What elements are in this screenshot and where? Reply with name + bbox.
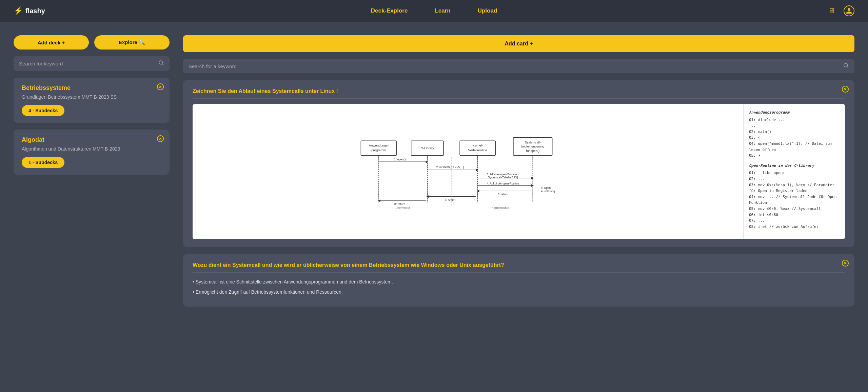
add-deck-button[interactable]: Add deck +: [14, 35, 89, 50]
logo-text: flashy: [25, 7, 45, 15]
diagram-code: Anwendungsprogramm 01: #include ... ... …: [743, 104, 845, 239]
diagram-code-anwendung-title: Anwendungsprogramm: [749, 110, 840, 116]
svg-text:Kernel-: Kernel-: [472, 143, 483, 147]
svg-marker-45: [477, 190, 479, 193]
deck-card-betriebssysteme: Betriebssysteme Grundlagen Betriebssyste…: [14, 78, 170, 123]
card-1-diagram: Anwendungs- programm C-Library Kernel- V…: [193, 104, 845, 239]
svg-text:Ausführung: Ausführung: [541, 190, 555, 193]
svg-text:7: return: 7: return: [445, 198, 455, 201]
svg-text:C-Library: C-Library: [421, 146, 434, 150]
card-1-close[interactable]: [842, 85, 849, 95]
logo[interactable]: ⚡ flashy: [14, 6, 224, 15]
svg-text:Systemcall-Tabelle[EAX]: Systemcall-Tabelle[EAX]: [488, 176, 518, 179]
nav-deck-explore[interactable]: Deck-Explore: [371, 7, 408, 14]
svg-point-0: [159, 61, 163, 64]
card-2-answer-list: Systemcall ist eine Schnittstelle zwisch…: [193, 278, 845, 296]
svg-marker-36: [531, 177, 534, 179]
svg-marker-30: [426, 161, 429, 163]
svg-text:Systemcall-: Systemcall-: [525, 141, 541, 144]
svg-text:Kernelmodus: Kernelmodus: [492, 206, 509, 209]
svg-text:1: open(): 1: open(): [394, 158, 406, 161]
svg-text:3: Adresse open-Routine =: 3: Adresse open-Routine =: [487, 173, 519, 176]
deck-betriebssysteme-badge[interactable]: 4 - Subdecks: [22, 105, 64, 116]
diagram-lib-title: Open-Routine in der C-Library: [749, 163, 840, 169]
left-panel: Add deck + Explore 🔍 Betriebssysteme Gru…: [14, 35, 176, 378]
card-2-answer-item-2: Ermöglicht den Zugriff auf Betriebssyste…: [193, 288, 845, 296]
deck-algodat-close[interactable]: [157, 135, 164, 144]
nav-links: Deck-Explore Learn Upload: [224, 7, 644, 14]
deck-card-algodat: Algodat Algorithmen und Datenstrukturen …: [14, 130, 170, 175]
presentation-icon[interactable]: 🖥: [828, 6, 835, 15]
card-2-answer-item-1: Systemcall ist eine Schnittstelle zwisch…: [193, 278, 845, 286]
left-search-bar: [14, 56, 170, 71]
svg-text:8: return: 8: return: [394, 202, 405, 206]
svg-line-9: [847, 66, 848, 67]
svg-point-8: [844, 63, 848, 67]
explore-button[interactable]: Explore 🔍: [94, 35, 170, 50]
systemcall-svg: Anwendungs- programm C-Library Kernel- V…: [199, 134, 736, 209]
user-avatar[interactable]: [844, 5, 854, 16]
svg-marker-33: [476, 169, 479, 172]
deck-algodat-title: Algodat: [22, 136, 161, 143]
logo-icon: ⚡: [14, 6, 23, 15]
svg-line-1: [162, 64, 163, 65]
diagram-code-anwendung: Anwendungsprogramm 01: #include ... ... …: [749, 110, 840, 159]
card-2-close[interactable]: [842, 259, 849, 269]
svg-text:5: Open-: 5: Open-: [541, 187, 552, 190]
diagram-lib-lines: 01: __libc_open: 02: ... 03: mov 0xc(%es…: [749, 170, 840, 230]
deck-algodat-badge[interactable]: 1 - Subdecks: [22, 157, 64, 168]
left-search-icon: [158, 60, 164, 67]
svg-text:Anwendungs-: Anwendungs-: [369, 143, 389, 147]
right-search-input[interactable]: [189, 63, 840, 69]
right-search-bar: [183, 59, 854, 73]
add-card-button[interactable]: Add card +: [183, 35, 854, 52]
nav-upload[interactable]: Upload: [478, 7, 497, 14]
right-search-icon: [843, 62, 849, 70]
svg-text:Usermodus: Usermodus: [396, 206, 411, 209]
card-systemcall-diagram: Zeichnen Sie den Ablauf eines Systemcall…: [183, 80, 854, 247]
svg-marker-41: [531, 184, 534, 187]
svg-text:2: int 0x80(EAX=5,...): 2: int 0x80(EAX=5,...): [436, 166, 464, 169]
svg-text:Verteilroutine: Verteilroutine: [468, 148, 487, 152]
deck-betriebssysteme-subtitle: Grundlagen Betriebssystem MMT-B-2023 SS: [22, 94, 161, 100]
diagram-lib-section: Open-Routine in der C-Library 01: __libc…: [749, 163, 840, 230]
svg-text:4: Aufruf der open-Routine: 4: Aufruf der open-Routine: [487, 182, 519, 185]
card-systemcall-purpose: Wozu dient ein Systemcall und wie wird e…: [183, 254, 854, 307]
svg-text:Implementierung: Implementierung: [521, 145, 544, 148]
nav-right: 🖥: [644, 5, 854, 16]
deck-betriebssysteme-title: Betriebssysteme: [22, 84, 161, 92]
card-1-question: Zeichnen Sie den Ablauf eines Systemcall…: [193, 88, 845, 99]
deck-betriebssysteme-close[interactable]: [157, 83, 164, 93]
main-layout: Add deck + Explore 🔍 Betriebssysteme Gru…: [0, 22, 868, 392]
card-2-answer: Systemcall ist eine Schnittstelle zwisch…: [193, 278, 845, 296]
svg-marker-48: [427, 195, 429, 198]
svg-text:6: return: 6: return: [498, 193, 508, 196]
left-search-input[interactable]: [19, 61, 155, 66]
deck-algodat-subtitle: Algorithmen und Datenstrukturen MMT-B-20…: [22, 146, 161, 152]
svg-text:für open(): für open(): [526, 149, 539, 153]
right-panel: Add card + Zeichnen Sie den Ablauf eines…: [176, 35, 854, 378]
diagram-code-lines: 01: #include ... ... 02: main() 03: { 04…: [749, 117, 840, 159]
diagram-left: Anwendungs- programm C-Library Kernel- V…: [193, 104, 743, 239]
svg-text:programm: programm: [371, 148, 386, 152]
svg-marker-51: [378, 199, 380, 202]
navbar: ⚡ flashy Deck-Explore Learn Upload 🖥: [0, 0, 868, 22]
nav-learn[interactable]: Learn: [435, 7, 450, 14]
action-buttons: Add deck + Explore 🔍: [14, 35, 170, 50]
card-2-question: Wozu dient ein Systemcall und wie wird e…: [193, 262, 845, 273]
